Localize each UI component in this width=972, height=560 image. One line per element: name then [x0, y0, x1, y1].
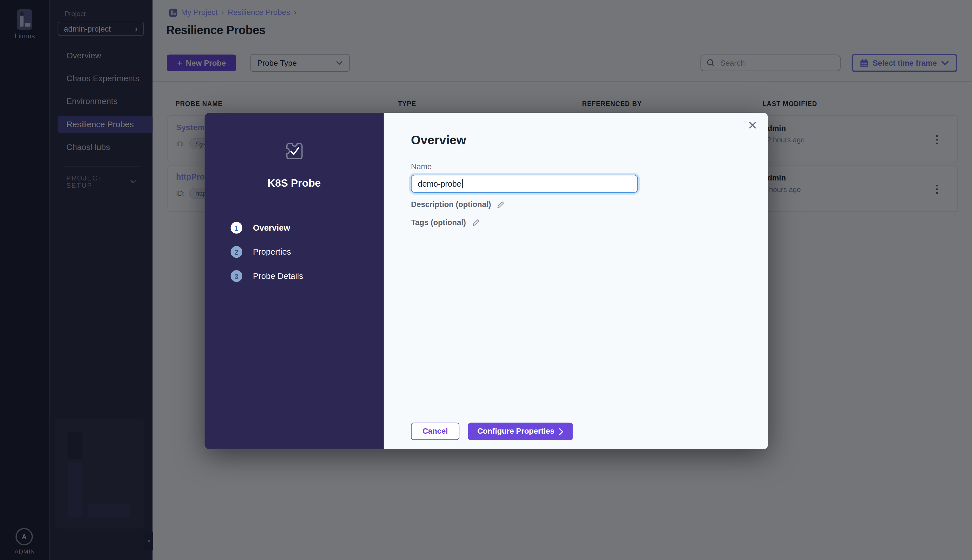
- modal-body: Overview Name demo-probe Description (op…: [383, 113, 768, 449]
- configure-properties-label: Configure Properties: [477, 427, 554, 436]
- modal-title: Overview: [411, 133, 466, 148]
- step-properties[interactable]: 2 Properties: [231, 240, 303, 264]
- pencil-icon[interactable]: [472, 218, 480, 227]
- tags-label: Tags (optional): [411, 218, 466, 227]
- tags-row: Tags (optional): [411, 218, 480, 227]
- description-label: Description (optional): [411, 200, 491, 209]
- text-caret: [462, 179, 463, 188]
- step-label: Overview: [253, 223, 290, 232]
- step-number: 2: [231, 246, 243, 258]
- wizard-steps: 1 Overview 2 Properties 3 Probe Details: [231, 216, 303, 288]
- close-icon[interactable]: [747, 120, 758, 131]
- name-value: demo-probe: [418, 179, 461, 188]
- description-row: Description (optional): [411, 200, 505, 209]
- configure-properties-button[interactable]: Configure Properties: [468, 423, 573, 440]
- litmus-app: Litmus A ADMIN Project admin-project › O…: [0, 0, 972, 560]
- step-label: Properties: [253, 247, 291, 257]
- name-input[interactable]: demo-probe: [411, 175, 638, 193]
- step-number: 3: [231, 270, 243, 282]
- create-probe-modal: K8S Probe 1 Overview 2 Properties 3 Prob…: [205, 113, 768, 449]
- chevron-right-icon: [559, 428, 564, 435]
- step-number: 1: [231, 222, 243, 234]
- step-overview[interactable]: 1 Overview: [231, 216, 303, 240]
- puzzle-check-icon: [283, 141, 305, 162]
- modal-left-panel: K8S Probe 1 Overview 2 Properties 3 Prob…: [205, 113, 383, 449]
- step-probe-details[interactable]: 3 Probe Details: [231, 264, 303, 288]
- step-label: Probe Details: [253, 272, 303, 281]
- cancel-button[interactable]: Cancel: [411, 423, 459, 440]
- modal-footer: Cancel Configure Properties: [411, 423, 573, 440]
- probe-type-title: K8S Probe: [205, 177, 383, 190]
- pencil-icon[interactable]: [497, 200, 505, 209]
- name-label: Name: [411, 162, 432, 171]
